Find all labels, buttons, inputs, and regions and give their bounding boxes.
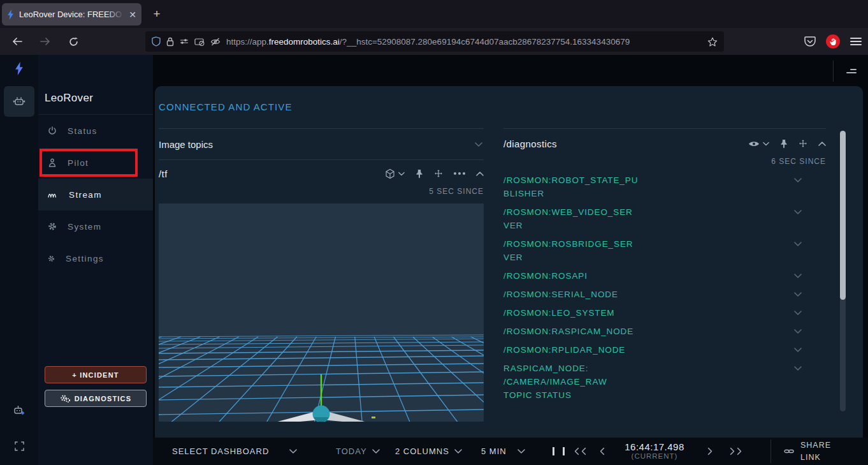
diagnostics-button[interactable]: DIAGNOSTICS: [45, 390, 147, 407]
browser-toolbar: https://app.freedomrobotics.ai/?__hstc=5…: [0, 28, 868, 55]
step-forward-icon[interactable]: [706, 438, 714, 465]
device-tab-leorover[interactable]: [4, 86, 34, 117]
incident-button[interactable]: + INCIDENT: [45, 366, 147, 383]
step-back-icon[interactable]: [598, 438, 606, 465]
forward-button[interactable]: [36, 32, 55, 51]
chevron-down-icon[interactable]: [794, 366, 802, 371]
menu-hamburger-icon[interactable]: [850, 36, 862, 47]
url-text[interactable]: https://app.freedomrobotics.ai/?__hstc=5…: [226, 37, 702, 47]
dashboard-panel: CONNECTED AND ACTIVE Image topics /tf: [155, 86, 863, 438]
share-link-button[interactable]: SHARE LINK: [784, 438, 840, 465]
settings-gear-icon: [48, 255, 55, 262]
browser-tab[interactable]: LeoRover Device: FREEDO ✕: [2, 3, 141, 26]
sidebar-item-stream[interactable]: Stream: [38, 179, 153, 210]
device-name: LeoRover: [38, 55, 153, 105]
diagnostic-topic-row[interactable]: RASPICAM_NODE: /CAMERA/IMAGE_RAW TOPIC S…: [503, 362, 826, 402]
sidebar-item-pilot[interactable]: Pilot: [38, 147, 153, 179]
diagnostic-topic-label: /ROSMON:SERIAL_NODE: [503, 288, 639, 301]
collapse-chevron-up-icon[interactable]: [476, 172, 484, 176]
pin-icon[interactable]: [780, 139, 788, 149]
time-window-chevron-icon[interactable]: [517, 438, 525, 465]
tf-3d-viewport[interactable]: [159, 203, 484, 422]
chevron-down-icon: [475, 142, 482, 147]
tf-panel-title: /tf: [159, 168, 168, 179]
chevron-down-icon[interactable]: [794, 274, 802, 278]
diagnostic-topic-row[interactable]: /ROSMON:ROBOT_STATE_PUBLISHER: [503, 173, 826, 200]
sidebar-item-settings[interactable]: Settings: [38, 242, 153, 274]
skip-end-icon[interactable]: [728, 438, 743, 465]
browser-tab-bar: LeoRover Device: FREEDO ✕ +: [0, 0, 868, 28]
rover-icon: [12, 96, 26, 107]
visibility-eye-dropdown[interactable]: [748, 140, 769, 147]
move-icon[interactable]: [434, 169, 443, 178]
scrollbar-thumb[interactable]: [840, 131, 846, 300]
move-icon[interactable]: [799, 139, 807, 148]
diagnostic-topic-row[interactable]: /ROSMON:SERIAL_NODE: [503, 288, 826, 301]
diagnostic-topic-row[interactable]: /ROSMON:ROSAPI: [503, 269, 826, 283]
current-time: 16:44:17.498: [610, 441, 699, 452]
more-options-icon[interactable]: [454, 172, 465, 175]
chevron-down-icon[interactable]: [794, 210, 802, 214]
image-topics-dropdown[interactable]: Image topics: [159, 129, 484, 159]
pilot-person-icon: [48, 158, 57, 167]
pause-button[interactable]: [551, 438, 566, 465]
diagnostic-topic-label: /ROSMON:RASPICAM_NODE: [503, 325, 639, 338]
divider: [770, 439, 771, 463]
diagnostic-topic-label: /ROSMON:ROSBRIDGE_SERVER: [503, 237, 639, 264]
dashboard-select-dropdown[interactable]: SELECT DASHBOARD: [172, 438, 269, 465]
pin-icon[interactable]: [416, 169, 423, 179]
tf-3d-grid: [159, 203, 484, 422]
connection-status-banner: CONNECTED AND ACTIVE: [159, 101, 293, 112]
camera-blocked-icon[interactable]: [210, 38, 221, 46]
time-window-dropdown[interactable]: 5 MIN: [481, 438, 507, 465]
fullscreen-icon[interactable]: [15, 441, 24, 451]
sidebar-item-system[interactable]: System: [38, 210, 153, 242]
divider: [833, 61, 834, 82]
collapse-chevron-up-icon[interactable]: [818, 142, 826, 146]
chevron-down-icon[interactable]: [794, 178, 802, 182]
diagnostic-topic-row[interactable]: /ROSMON:WEB_VIDEO_SERVER: [503, 205, 826, 232]
frame-cube-dropdown[interactable]: [385, 168, 405, 179]
sidebar-item-status[interactable]: Status: [38, 115, 153, 147]
diagnostic-topic-row[interactable]: /ROSMON:RPLIDAR_NODE: [503, 343, 826, 357]
add-device-robot-icon[interactable]: [13, 405, 25, 416]
tracking-protection-shield-icon[interactable]: [152, 36, 161, 47]
chevron-down-icon[interactable]: [794, 242, 802, 246]
skip-start-icon[interactable]: [573, 438, 588, 465]
diagnostic-topic-row[interactable]: /ROSMON:ROSBRIDGE_SERVER: [503, 237, 826, 264]
diagnostics-list: /ROSMON:ROBOT_STATE_PUBLISHER /ROSMON:WE…: [503, 173, 826, 402]
back-button[interactable]: [8, 32, 27, 51]
device-sidebar: LeoRover Status Pilot Stream System Sett…: [38, 55, 153, 465]
chevron-down-icon[interactable]: [794, 329, 802, 334]
chevron-down-icon[interactable]: [794, 311, 802, 315]
tf-since-label: 5 SEC SINCE: [159, 187, 484, 201]
diagnostic-topic-row[interactable]: /ROSMON:RASPICAM_NODE: [503, 325, 826, 338]
chevron-down-icon[interactable]: [794, 348, 802, 352]
pocket-icon[interactable]: [804, 36, 816, 47]
filter-sort-icon[interactable]: [846, 67, 857, 73]
diagnostic-topic-row[interactable]: /ROSMON:LEO_SYSTEM: [503, 306, 826, 320]
dashboard-select-chevron-icon[interactable]: [289, 438, 297, 465]
timeline-bar: SELECT DASHBOARD TODAY 2 COLUMNS 5 MIN 1…: [153, 438, 868, 465]
stream-waveform-icon: [48, 191, 58, 198]
columns-dropdown[interactable]: 2 COLUMNS: [395, 438, 462, 465]
autoplay-blocked-icon[interactable]: [194, 38, 205, 46]
new-tab-button[interactable]: +: [148, 5, 166, 23]
url-bar[interactable]: https://app.freedomrobotics.ai/?__hstc=5…: [145, 31, 724, 52]
tab-close-icon[interactable]: ✕: [129, 10, 136, 20]
scrollbar-track[interactable]: [840, 131, 846, 411]
diagnostic-topic-label: RASPICAM_NODE: /CAMERA/IMAGE_RAW TOPIC S…: [503, 362, 639, 402]
device-rail: [0, 55, 38, 465]
reload-button[interactable]: [64, 32, 83, 51]
bookmark-star-icon[interactable]: [707, 37, 718, 47]
current-time-label: (CURRENT): [610, 452, 699, 460]
lock-icon[interactable]: [166, 37, 174, 47]
permissions-toggles-icon[interactable]: [180, 38, 189, 45]
top-strip: [153, 55, 868, 86]
freedom-lightning-logo[interactable]: [0, 62, 38, 75]
adblocker-hand-icon[interactable]: [826, 34, 840, 48]
diagnostic-topic-label: /ROSMON:ROBOT_STATE_PUBLISHER: [503, 173, 639, 200]
diagnostic-topic-label: /ROSMON:WEB_VIDEO_SERVER: [503, 205, 639, 232]
chevron-down-icon[interactable]: [794, 292, 802, 297]
date-range-dropdown[interactable]: TODAY: [336, 438, 380, 465]
